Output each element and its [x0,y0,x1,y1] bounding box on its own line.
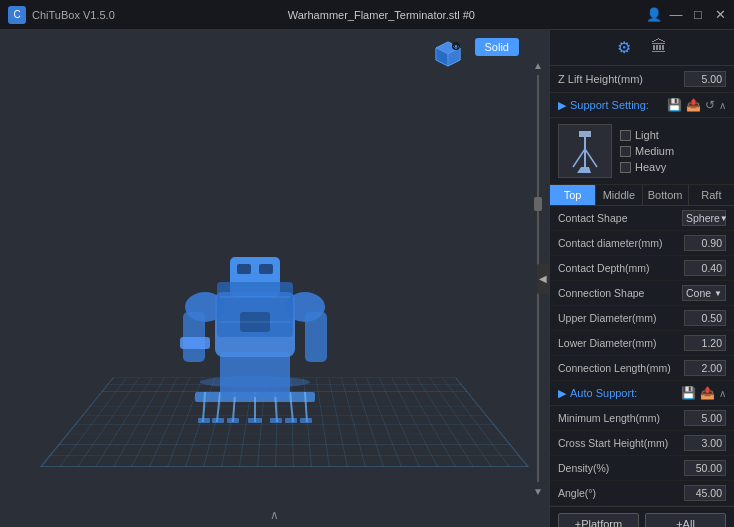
all-button[interactable]: +All [645,513,726,527]
connection-length-row: Connection Length(mm) [550,356,734,381]
support-preview: Light Medium Heavy [550,118,734,185]
min-length-row: Minimum Length(mm) [550,406,734,431]
cross-height-input[interactable] [684,435,726,451]
auto-support-header: ▶ Auto Support: 💾 📤 ∧ [550,381,734,406]
app-icon: C [8,6,26,24]
panel-top-icons: ⚙ 🏛 [550,30,734,66]
cross-height-label: Cross Start Height(mm) [558,437,668,449]
viewport[interactable]: 👁 Solid [0,30,549,527]
titlebar-left: C ChiTuBox V1.5.0 [8,6,115,24]
heavy-checkbox[interactable] [620,162,631,173]
light-checkbox[interactable] [620,130,631,141]
svg-rect-27 [305,312,327,362]
auto-save-icon[interactable]: 💾 [681,386,696,400]
connection-shape-value[interactable]: Cone ▼ [682,285,726,301]
tab-middle[interactable]: Middle [596,185,642,205]
support-arrow-icon: ▶ [558,99,566,112]
preview-image [558,124,612,178]
settings-icon[interactable]: ⚙ [617,38,631,57]
light-label: Light [635,129,659,141]
3d-cube-icon[interactable]: 👁 [432,38,464,70]
contact-depth-label: Contact Depth(mm) [558,262,650,274]
dropdown-arrow: ▼ [720,214,728,223]
connection-length-input[interactable] [684,360,726,376]
minimize-button[interactable]: — [670,9,682,21]
main-container: 👁 Solid [0,30,734,527]
contact-diameter-row: Contact diameter(mm) [550,231,734,256]
upload-icon[interactable]: 📤 [686,98,701,112]
svg-rect-18 [248,418,262,423]
svg-rect-22 [220,352,290,397]
svg-rect-19 [270,418,282,423]
refresh-icon[interactable]: ↺ [705,98,715,112]
svg-rect-29 [237,264,251,274]
tab-bottom[interactable]: Bottom [643,185,689,205]
contact-shape-value[interactable]: Sphere ▼ [682,210,726,226]
support-expand-arrow[interactable]: ∧ [719,100,726,111]
z-lift-input[interactable] [684,71,726,87]
svg-line-39 [573,149,585,167]
svg-rect-16 [212,418,224,423]
slider-thumb[interactable] [534,197,542,211]
right-panel: ⚙ 🏛 Z Lift Height(mm) ▶ Support Setting:… [549,30,734,527]
cube-icon-area: 👁 [432,38,464,70]
connection-length-label: Connection Length(mm) [558,362,671,374]
min-length-label: Minimum Length(mm) [558,412,660,424]
density-input[interactable] [684,460,726,476]
tab-raft[interactable]: Raft [689,185,734,205]
auto-support-arrow: ▶ [558,387,566,400]
auto-upload-icon[interactable]: 📤 [700,386,715,400]
support-preview-svg [563,129,607,173]
z-lift-row: Z Lift Height(mm) [550,66,734,93]
angle-row: Angle(°) [550,481,734,506]
contact-depth-input[interactable] [684,260,726,276]
lower-diameter-row: Lower Diameter(mm) [550,331,734,356]
close-button[interactable]: ✕ [714,9,726,21]
tab-bar: Top Middle Bottom Raft [550,185,734,206]
connection-shape-label: Connection Shape [558,287,644,299]
connection-dropdown-arrow: ▼ [714,289,722,298]
upper-diameter-label: Upper Diameter(mm) [558,312,657,324]
solid-button[interactable]: Solid [475,38,519,56]
platform-button[interactable]: +Platform [558,513,639,527]
medium-checkbox[interactable] [620,146,631,157]
contact-shape-label: Contact Shape [558,212,627,224]
min-length-input[interactable] [684,410,726,426]
support-header: ▶ Support Setting: 💾 📤 ↺ ∧ [550,93,734,118]
model-svg [165,182,345,442]
lower-diameter-input[interactable] [684,335,726,351]
slider-down-arrow[interactable]: ▼ [533,486,543,497]
bottom-collapse-button[interactable]: ∧ [270,508,279,522]
building-icon[interactable]: 🏛 [651,38,667,57]
svg-rect-36 [579,131,591,137]
preview-options: Light Medium Heavy [620,124,674,178]
density-row: Density(%) [550,456,734,481]
support-label: Support Setting: [570,99,663,111]
angle-label: Angle(°) [558,487,596,499]
cross-height-row: Cross Start Height(mm) [550,431,734,456]
viewport-collapse-button[interactable]: ◀ [537,264,549,294]
window-controls: 👤 — □ ✕ [648,9,726,21]
contact-shape-row: Contact Shape Sphere ▼ [550,206,734,231]
upper-diameter-input[interactable] [684,310,726,326]
upper-diameter-row: Upper Diameter(mm) [550,306,734,331]
app-title: ChiTuBox V1.5.0 [32,9,115,21]
titlebar: C ChiTuBox V1.5.0 Warhammer_Flamer_Termi… [0,0,734,30]
heavy-label: Heavy [635,161,666,173]
auto-support-label: Auto Support: [570,387,677,399]
slider-up-arrow[interactable]: ▲ [533,60,543,71]
model-container [155,162,355,442]
svg-marker-38 [577,167,591,173]
angle-input[interactable] [684,485,726,501]
medium-option[interactable]: Medium [620,145,674,157]
auto-support-expand[interactable]: ∧ [719,388,726,399]
light-option[interactable]: Light [620,129,674,141]
contact-diameter-input[interactable] [684,235,726,251]
user-icon[interactable]: 👤 [648,9,660,21]
svg-rect-20 [285,418,297,423]
save-icon[interactable]: 💾 [667,98,682,112]
density-label: Density(%) [558,462,609,474]
maximize-button[interactable]: □ [692,9,704,21]
heavy-option[interactable]: Heavy [620,161,674,173]
tab-top[interactable]: Top [550,185,596,205]
